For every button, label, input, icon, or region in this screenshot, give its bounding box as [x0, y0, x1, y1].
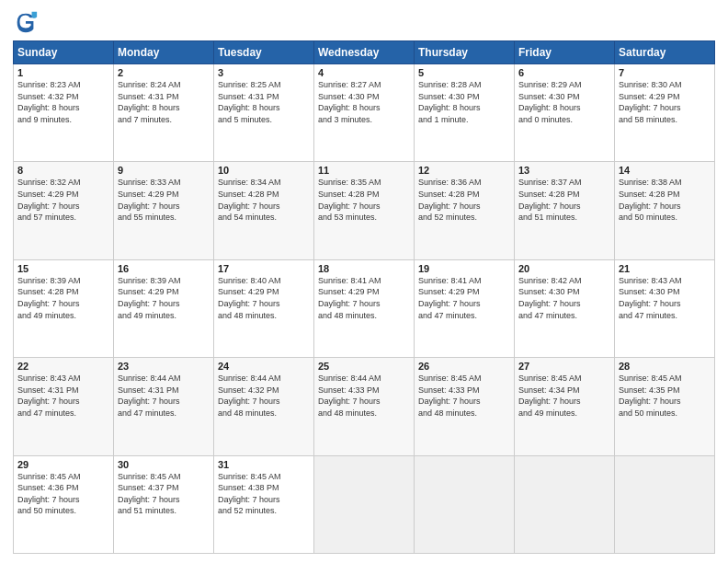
week-row-3: 15Sunrise: 8:39 AM Sunset: 4:28 PM Dayli…: [14, 259, 715, 357]
day-number: 10: [218, 165, 310, 176]
day-cell: 13Sunrise: 8:37 AM Sunset: 4:28 PM Dayli…: [515, 162, 615, 259]
day-cell: 19Sunrise: 8:41 AM Sunset: 4:29 PM Dayli…: [415, 259, 515, 357]
header-row: SundayMondayTuesdayWednesdayThursdayFrid…: [14, 41, 715, 64]
day-cell: 3Sunrise: 8:25 AM Sunset: 4:31 PM Daylig…: [214, 64, 314, 162]
day-info: Sunrise: 8:45 AM Sunset: 4:34 PM Dayligh…: [518, 373, 610, 419]
day-cell: 28Sunrise: 8:45 AM Sunset: 4:35 PM Dayli…: [615, 358, 715, 455]
day-cell: 1Sunrise: 8:23 AM Sunset: 4:32 PM Daylig…: [14, 64, 114, 162]
day-info: Sunrise: 8:41 AM Sunset: 4:29 PM Dayligh…: [418, 275, 510, 321]
week-row-5: 29Sunrise: 8:45 AM Sunset: 4:36 PM Dayli…: [14, 455, 715, 553]
week-row-1: 1Sunrise: 8:23 AM Sunset: 4:32 PM Daylig…: [14, 64, 715, 162]
day-cell: [314, 455, 415, 553]
day-info: Sunrise: 8:45 AM Sunset: 4:37 PM Dayligh…: [118, 471, 210, 517]
day-number: 27: [518, 361, 610, 372]
day-number: 4: [318, 67, 410, 78]
day-info: Sunrise: 8:34 AM Sunset: 4:28 PM Dayligh…: [218, 177, 310, 223]
day-cell: 24Sunrise: 8:44 AM Sunset: 4:32 PM Dayli…: [214, 358, 314, 455]
day-cell: 11Sunrise: 8:35 AM Sunset: 4:28 PM Dayli…: [314, 162, 415, 259]
day-number: 21: [619, 263, 711, 274]
calendar-table: SundayMondayTuesdayWednesdayThursdayFrid…: [13, 40, 715, 554]
day-number: 5: [418, 67, 510, 78]
day-info: Sunrise: 8:43 AM Sunset: 4:31 PM Dayligh…: [17, 373, 109, 419]
day-cell: 14Sunrise: 8:38 AM Sunset: 4:28 PM Dayli…: [615, 162, 715, 259]
day-number: 7: [619, 67, 711, 78]
day-info: Sunrise: 8:29 AM Sunset: 4:30 PM Dayligh…: [518, 79, 610, 125]
day-info: Sunrise: 8:45 AM Sunset: 4:38 PM Dayligh…: [218, 471, 310, 517]
day-info: Sunrise: 8:40 AM Sunset: 4:29 PM Dayligh…: [218, 275, 310, 321]
logo: [13, 9, 42, 35]
day-info: Sunrise: 8:45 AM Sunset: 4:35 PM Dayligh…: [619, 373, 711, 419]
day-cell: 9Sunrise: 8:33 AM Sunset: 4:29 PM Daylig…: [114, 162, 214, 259]
day-number: 20: [518, 263, 610, 274]
day-cell: 26Sunrise: 8:45 AM Sunset: 4:33 PM Dayli…: [415, 358, 515, 455]
day-number: 22: [17, 361, 109, 372]
day-number: 19: [418, 263, 510, 274]
day-cell: 17Sunrise: 8:40 AM Sunset: 4:29 PM Dayli…: [214, 259, 314, 357]
day-number: 23: [118, 361, 210, 372]
day-info: Sunrise: 8:35 AM Sunset: 4:28 PM Dayligh…: [318, 177, 410, 223]
day-info: Sunrise: 8:23 AM Sunset: 4:32 PM Dayligh…: [17, 79, 109, 125]
page: SundayMondayTuesdayWednesdayThursdayFrid…: [0, 0, 728, 563]
day-info: Sunrise: 8:38 AM Sunset: 4:28 PM Dayligh…: [619, 177, 711, 223]
day-cell: 10Sunrise: 8:34 AM Sunset: 4:28 PM Dayli…: [214, 162, 314, 259]
day-number: 31: [218, 459, 310, 470]
day-number: 30: [118, 459, 210, 470]
day-number: 9: [118, 165, 210, 176]
day-number: 28: [619, 361, 711, 372]
day-of-week-wednesday: Wednesday: [314, 41, 415, 64]
day-cell: 5Sunrise: 8:28 AM Sunset: 4:30 PM Daylig…: [415, 64, 515, 162]
day-cell: [415, 455, 515, 553]
day-info: Sunrise: 8:44 AM Sunset: 4:32 PM Dayligh…: [218, 373, 310, 419]
day-info: Sunrise: 8:27 AM Sunset: 4:30 PM Dayligh…: [318, 79, 410, 125]
day-cell: 12Sunrise: 8:36 AM Sunset: 4:28 PM Dayli…: [415, 162, 515, 259]
day-cell: 30Sunrise: 8:45 AM Sunset: 4:37 PM Dayli…: [114, 455, 214, 553]
day-info: Sunrise: 8:45 AM Sunset: 4:36 PM Dayligh…: [17, 471, 109, 517]
day-cell: 2Sunrise: 8:24 AM Sunset: 4:31 PM Daylig…: [114, 64, 214, 162]
logo-icon: [13, 9, 39, 35]
day-info: Sunrise: 8:43 AM Sunset: 4:30 PM Dayligh…: [619, 275, 711, 321]
day-number: 15: [17, 263, 109, 274]
day-cell: 8Sunrise: 8:32 AM Sunset: 4:29 PM Daylig…: [14, 162, 114, 259]
day-number: 17: [218, 263, 310, 274]
day-number: 29: [17, 459, 109, 470]
day-info: Sunrise: 8:25 AM Sunset: 4:31 PM Dayligh…: [218, 79, 310, 125]
day-cell: 25Sunrise: 8:44 AM Sunset: 4:33 PM Dayli…: [314, 358, 415, 455]
day-of-week-saturday: Saturday: [615, 41, 715, 64]
day-info: Sunrise: 8:41 AM Sunset: 4:29 PM Dayligh…: [318, 275, 410, 321]
day-cell: [615, 455, 715, 553]
day-cell: 15Sunrise: 8:39 AM Sunset: 4:28 PM Dayli…: [14, 259, 114, 357]
day-cell: 16Sunrise: 8:39 AM Sunset: 4:29 PM Dayli…: [114, 259, 214, 357]
day-number: 25: [318, 361, 410, 372]
day-of-week-monday: Monday: [114, 41, 214, 64]
day-cell: 29Sunrise: 8:45 AM Sunset: 4:36 PM Dayli…: [14, 455, 114, 553]
day-info: Sunrise: 8:33 AM Sunset: 4:29 PM Dayligh…: [118, 177, 210, 223]
day-number: 2: [118, 67, 210, 78]
day-cell: 18Sunrise: 8:41 AM Sunset: 4:29 PM Dayli…: [314, 259, 415, 357]
day-of-week-sunday: Sunday: [14, 41, 114, 64]
week-row-4: 22Sunrise: 8:43 AM Sunset: 4:31 PM Dayli…: [14, 358, 715, 455]
day-cell: 31Sunrise: 8:45 AM Sunset: 4:38 PM Dayli…: [214, 455, 314, 553]
day-of-week-thursday: Thursday: [415, 41, 515, 64]
day-number: 8: [17, 165, 109, 176]
day-number: 26: [418, 361, 510, 372]
calendar-body: 1Sunrise: 8:23 AM Sunset: 4:32 PM Daylig…: [14, 64, 715, 554]
day-cell: 23Sunrise: 8:44 AM Sunset: 4:31 PM Dayli…: [114, 358, 214, 455]
day-cell: 20Sunrise: 8:42 AM Sunset: 4:30 PM Dayli…: [515, 259, 615, 357]
day-info: Sunrise: 8:42 AM Sunset: 4:30 PM Dayligh…: [518, 275, 610, 321]
day-number: 6: [518, 67, 610, 78]
day-cell: 22Sunrise: 8:43 AM Sunset: 4:31 PM Dayli…: [14, 358, 114, 455]
day-cell: 6Sunrise: 8:29 AM Sunset: 4:30 PM Daylig…: [515, 64, 615, 162]
week-row-2: 8Sunrise: 8:32 AM Sunset: 4:29 PM Daylig…: [14, 162, 715, 259]
header: [13, 9, 715, 35]
day-number: 14: [619, 165, 711, 176]
day-cell: [515, 455, 615, 553]
day-info: Sunrise: 8:45 AM Sunset: 4:33 PM Dayligh…: [418, 373, 510, 419]
day-info: Sunrise: 8:37 AM Sunset: 4:28 PM Dayligh…: [518, 177, 610, 223]
day-cell: 21Sunrise: 8:43 AM Sunset: 4:30 PM Dayli…: [615, 259, 715, 357]
day-number: 24: [218, 361, 310, 372]
day-info: Sunrise: 8:44 AM Sunset: 4:33 PM Dayligh…: [318, 373, 410, 419]
day-number: 1: [17, 67, 109, 78]
day-cell: 7Sunrise: 8:30 AM Sunset: 4:29 PM Daylig…: [615, 64, 715, 162]
calendar-header: SundayMondayTuesdayWednesdayThursdayFrid…: [14, 41, 715, 64]
day-number: 12: [418, 165, 510, 176]
